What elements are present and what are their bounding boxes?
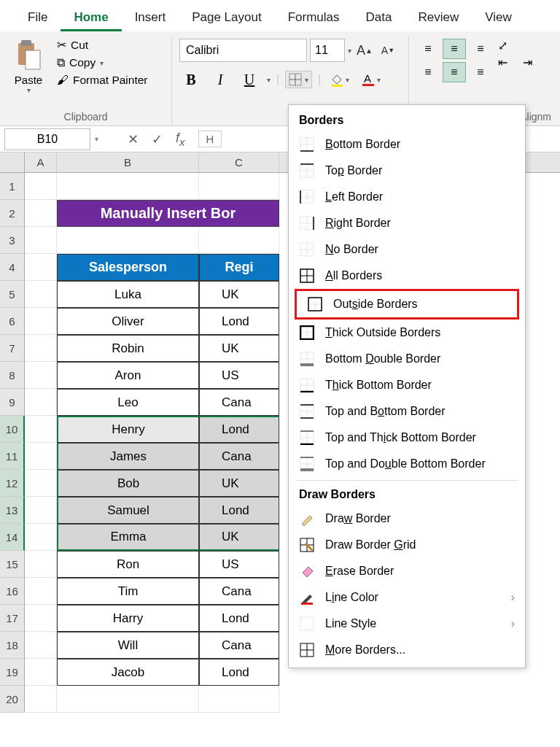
cell[interactable]: UK (199, 470, 279, 497)
border-menu-item[interactable]: More Borders... (289, 637, 525, 663)
row-header[interactable]: 20 (0, 686, 25, 713)
cell[interactable] (25, 632, 57, 659)
border-menu-item[interactable]: Top and Bottom Border (289, 398, 525, 425)
cell[interactable] (25, 605, 57, 632)
tab-file[interactable]: File (15, 6, 61, 31)
cell[interactable]: Will (57, 632, 199, 659)
font-color-button[interactable]: A ▾ (358, 71, 384, 88)
row-header[interactable]: 12 (0, 470, 25, 497)
cell[interactable]: Lond (199, 416, 279, 443)
cell[interactable]: Cana (199, 632, 279, 659)
fx-icon[interactable]: fx (176, 131, 185, 148)
cell[interactable]: US (199, 362, 279, 389)
cell[interactable] (57, 173, 199, 200)
cancel-formula-button[interactable]: ✕ (128, 131, 139, 147)
underline-button[interactable]: U (238, 68, 261, 91)
cell[interactable]: Jacob (57, 659, 199, 686)
cell[interactable]: Cana (199, 578, 279, 605)
tab-home[interactable]: Home (61, 6, 121, 31)
cell[interactable]: Henry (57, 416, 199, 443)
name-box[interactable]: B10 (4, 128, 90, 150)
cell[interactable] (57, 227, 199, 254)
cell[interactable]: Robin (57, 335, 199, 362)
border-menu-item[interactable]: Top and Double Bottom Border (289, 451, 525, 477)
cell[interactable]: Samuel (57, 497, 199, 524)
cell[interactable] (25, 497, 57, 524)
row-header[interactable]: 16 (0, 578, 25, 605)
orientation-button[interactable]: ⤢ (498, 39, 518, 53)
cell[interactable] (25, 200, 57, 227)
cell[interactable] (25, 254, 57, 281)
cell[interactable]: Cana (199, 389, 279, 416)
row-header[interactable]: 1 (0, 173, 25, 200)
border-menu-item[interactable]: Thick Bottom Border (289, 372, 525, 398)
fill-color-button[interactable]: ▾ (327, 71, 352, 88)
border-menu-item[interactable]: Top Border (289, 158, 525, 184)
border-menu-item[interactable]: Top and Thick Bottom Border (289, 425, 525, 451)
row-header[interactable]: 8 (0, 362, 25, 389)
cell[interactable]: Lond (199, 308, 279, 335)
paste-button[interactable]: Paste ▾ (7, 39, 50, 94)
tab-insert[interactable]: Insert (122, 6, 179, 31)
cell[interactable]: Oliver (57, 308, 199, 335)
row-header[interactable]: 18 (0, 632, 25, 659)
cell[interactable]: Emma (57, 524, 199, 551)
cell[interactable]: Manually Insert Bor (57, 200, 279, 227)
col-header-b[interactable]: B (57, 152, 199, 172)
format-painter-button[interactable]: 🖌 Format Painter (57, 74, 148, 87)
border-menu-item[interactable]: Draw Border (289, 506, 525, 532)
border-menu-item[interactable]: Draw Border Grid (289, 532, 525, 558)
cell[interactable] (25, 578, 57, 605)
border-menu-item[interactable]: Outside Borders (297, 291, 517, 317)
cell[interactable] (25, 389, 57, 416)
border-menu-item[interactable]: Line Color› (289, 584, 525, 611)
cell[interactable]: Ron (57, 551, 199, 578)
cell[interactable] (25, 362, 57, 389)
row-header[interactable]: 19 (0, 659, 25, 686)
border-menu-item[interactable]: Right Border (289, 210, 525, 236)
cell[interactable]: Bob (57, 470, 199, 497)
cell[interactable] (199, 686, 279, 713)
tab-page-layout[interactable]: Page Layout (179, 6, 274, 31)
cell[interactable]: Lond (199, 605, 279, 632)
row-header[interactable]: 11 (0, 443, 25, 470)
cell[interactable] (25, 308, 57, 335)
select-all-corner[interactable] (0, 152, 25, 172)
cell[interactable] (25, 659, 57, 686)
row-header[interactable]: 3 (0, 227, 25, 254)
decrease-indent-button[interactable]: ⇤ (498, 55, 518, 69)
cell[interactable]: Leo (57, 389, 199, 416)
cell[interactable] (25, 173, 57, 200)
border-menu-item[interactable]: Bottom Border (289, 131, 525, 158)
tab-review[interactable]: Review (405, 6, 472, 31)
row-header[interactable]: 6 (0, 308, 25, 335)
cell[interactable] (199, 173, 279, 200)
cell[interactable]: Aron (57, 362, 199, 389)
cell[interactable] (25, 551, 57, 578)
border-menu-item[interactable]: Line Style› (289, 611, 525, 637)
cell[interactable] (57, 686, 199, 713)
accept-formula-button[interactable]: ✓ (152, 131, 163, 147)
cell[interactable] (25, 416, 57, 443)
row-header[interactable]: 2 (0, 200, 25, 227)
decrease-font-button[interactable]: A▼ (378, 40, 398, 61)
cell[interactable] (25, 686, 57, 713)
row-header[interactable]: 7 (0, 335, 25, 362)
italic-button[interactable]: I (209, 68, 232, 91)
border-menu-item[interactable]: No Border (289, 236, 525, 263)
align-middle-button[interactable]: ≡ (443, 39, 466, 59)
cell[interactable] (25, 227, 57, 254)
tab-data[interactable]: Data (353, 6, 405, 31)
increase-indent-button[interactable]: ⇥ (523, 55, 543, 69)
copy-button[interactable]: ⧉ Copy ▾ (57, 56, 148, 69)
cell[interactable]: Tim (57, 578, 199, 605)
cell[interactable]: US (199, 551, 279, 578)
cell[interactable]: UK (199, 335, 279, 362)
row-header[interactable]: 5 (0, 281, 25, 308)
cell[interactable]: UK (199, 281, 279, 308)
font-name-input[interactable] (179, 39, 307, 62)
cell[interactable]: Regi (199, 254, 279, 281)
align-bottom-button[interactable]: ≡ (469, 39, 492, 59)
border-menu-item[interactable]: Thick Outside Borders (289, 320, 525, 346)
col-header-c[interactable]: C (199, 152, 279, 172)
